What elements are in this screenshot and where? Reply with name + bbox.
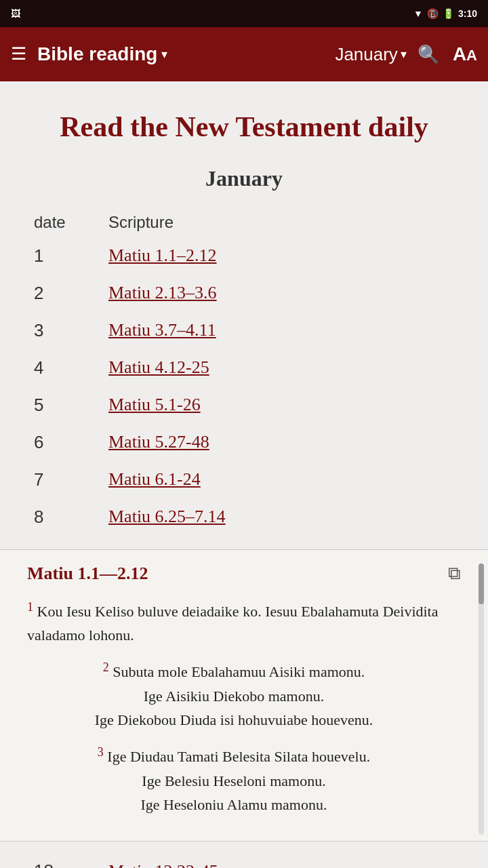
toolbar: ☰ Bible reading ▾ January ▾ 🔍 AA	[0, 27, 488, 81]
main-content: Read the New Testament daily January dat…	[0, 81, 488, 549]
verse-2: 2 Subuta mole Ebalahamuu Aisiki mamonu. …	[27, 658, 441, 732]
scripture-link[interactable]: Matiu 5.27-48	[108, 432, 209, 452]
verse-2-line3: Ige Diekobou Diuda isi hohuvuiabe houeve…	[95, 711, 373, 728]
title-dropdown-arrow[interactable]: ▾	[161, 47, 167, 62]
scripture-link[interactable]: Matiu 2.13–3.6	[108, 283, 217, 303]
verse-1: 1 Kou Iesu Keliso buluve deiadaike ko. I…	[27, 597, 441, 648]
scripture-link[interactable]: Matiu 5.1-26	[108, 395, 201, 415]
scripture-link[interactable]: Matiu 12.22-45	[108, 861, 218, 868]
app-title: Bible reading	[37, 43, 157, 65]
date-num: 2	[34, 283, 75, 304]
verse-3-line3: Ige Heseloniu Alamu mamonu.	[141, 796, 327, 813]
verse-num-3: 3	[98, 745, 104, 759]
col-date-label: date	[34, 213, 75, 232]
scrollbar[interactable]	[479, 564, 484, 835]
table-row: 3 Matiu 3.7–4.11	[34, 312, 454, 349]
scrollbar-thumb[interactable]	[479, 564, 484, 604]
month-heading: January	[34, 166, 454, 191]
scripture-link[interactable]: Matiu 6.25–7.14	[108, 507, 226, 527]
scripture-link[interactable]: Matiu 4.12-25	[108, 357, 209, 378]
date-num: 4	[34, 357, 75, 378]
table-row: 6 Matiu 5.27-48	[34, 424, 454, 461]
verse-3: 3 Ige Diudau Tamati Belesita Silata houe…	[27, 743, 441, 816]
month-dropdown-arrow[interactable]: ▾	[401, 47, 407, 62]
verse-3-text: Ige Diudau Tamati Belesita Silata houeve…	[107, 749, 370, 766]
scripture-popup: Matiu 1.1—2.12 ⧉ 1 Kou Iesu Keliso buluv…	[0, 549, 488, 842]
date-num: 5	[34, 395, 75, 416]
table-row: 1 Matiu 1.1–2.12	[34, 237, 454, 275]
menu-button[interactable]: ☰	[11, 45, 26, 63]
date-num: 7	[34, 469, 75, 490]
scripture-link[interactable]: Matiu 6.1-24	[108, 469, 201, 490]
signal-icon: 📵	[427, 8, 439, 19]
external-link-icon[interactable]: ⧉	[448, 564, 461, 584]
verse-2-line2: Ige Aisikiu Diekobo mamonu.	[144, 688, 324, 705]
verse-num-2: 2	[103, 660, 109, 674]
scripture-link[interactable]: Matiu 1.1–2.12	[108, 245, 217, 266]
toolbar-icons: 🔍 AA	[418, 43, 477, 65]
battery-icon: 🔋	[443, 8, 454, 19]
table-row: 18 Matiu 12.22-45	[34, 852, 454, 868]
bottom-content: 18 Matiu 12.22-45	[0, 842, 488, 868]
date-num: 18	[34, 861, 75, 868]
verse-2-text: Subuta mole Ebalahamuu Aisiki mamonu.	[113, 664, 365, 681]
date-num: 6	[34, 432, 75, 453]
wifi-icon: ▼	[413, 8, 423, 19]
col-scripture-label: Scripture	[108, 213, 174, 232]
search-icon[interactable]: 🔍	[418, 44, 439, 65]
table-row: 5 Matiu 5.1-26	[34, 387, 454, 424]
clock: 3:10	[458, 8, 477, 19]
status-right: ▼ 📵 🔋 3:10	[413, 8, 477, 19]
font-size-icon[interactable]: AA	[453, 43, 477, 65]
popup-title: Matiu 1.1—2.12	[27, 564, 148, 584]
popup-body: 1 Kou Iesu Keliso buluve deiadaike ko. I…	[27, 597, 461, 816]
popup-header: Matiu 1.1—2.12 ⧉	[27, 564, 461, 584]
app-icon: 🖼	[11, 8, 20, 19]
verse-3-line2: Ige Belesiu Heseloni mamonu.	[142, 772, 325, 789]
scripture-link[interactable]: Matiu 3.7–4.11	[108, 320, 216, 340]
date-num: 1	[34, 245, 75, 267]
month-label: January	[335, 44, 398, 65]
date-num: 8	[34, 507, 75, 528]
table-header: date Scripture	[34, 208, 454, 237]
verse-num-1: 1	[27, 600, 33, 614]
table-row: 7 Matiu 6.1-24	[34, 461, 454, 498]
status-bar: 🖼 ▼ 📵 🔋 3:10	[0, 0, 488, 27]
date-num: 3	[34, 320, 75, 341]
status-left: 🖼	[11, 8, 20, 19]
table-row: 8 Matiu 6.25–7.14	[34, 498, 454, 536]
page-title: Read the New Testament daily	[34, 108, 454, 146]
title-group[interactable]: Bible reading ▾	[37, 43, 319, 65]
table-row: 4 Matiu 4.12-25	[34, 349, 454, 387]
table-row: 2 Matiu 2.13–3.6	[34, 275, 454, 312]
month-group[interactable]: January ▾	[335, 44, 407, 65]
verse-1-text: Kou Iesu Keliso buluve deiadaike ko. Ies…	[27, 603, 439, 644]
